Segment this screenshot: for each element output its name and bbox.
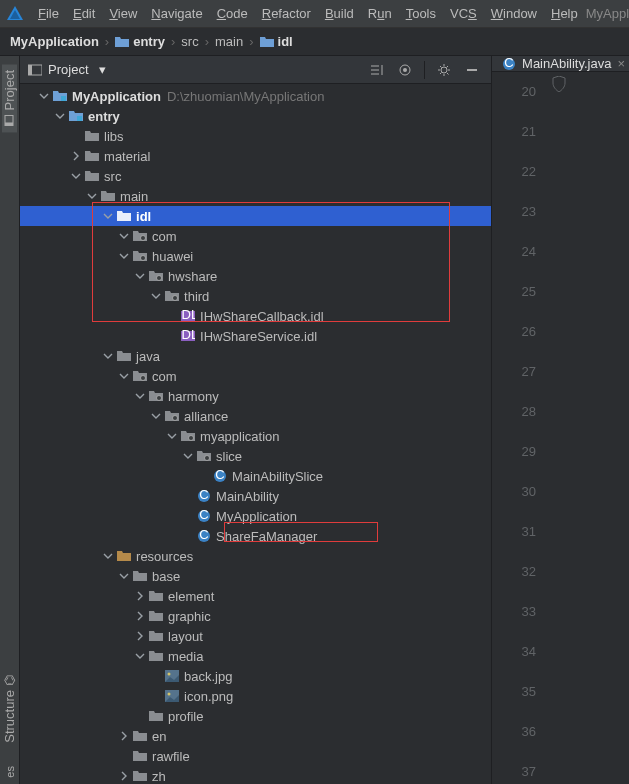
tree-arrow-icon[interactable] [150, 690, 162, 702]
tree-arrow-icon[interactable] [70, 170, 82, 182]
tree-arrow-icon[interactable] [150, 670, 162, 682]
tree-row[interactable]: CMyApplication [20, 506, 491, 526]
toolwindow-tab-favorites[interactable]: es [4, 760, 16, 784]
tree-arrow-icon[interactable] [198, 470, 210, 482]
hide-panel-icon[interactable] [461, 59, 483, 81]
tree-arrow-icon[interactable] [118, 750, 130, 762]
project-view-selector[interactable]: Project ▾ [28, 62, 105, 77]
tree-arrow-icon[interactable] [70, 150, 82, 162]
tree-arrow-icon[interactable] [166, 330, 178, 342]
menu-run[interactable]: Run [362, 3, 398, 24]
menu-file[interactable]: File [32, 3, 65, 24]
tree-arrow-icon[interactable] [182, 530, 194, 542]
tree-row[interactable]: libs [20, 126, 491, 146]
tree-row[interactable]: resources [20, 546, 491, 566]
tree-row[interactable]: element [20, 586, 491, 606]
tree-row[interactable]: com [20, 226, 491, 246]
tree-arrow-icon[interactable] [166, 310, 178, 322]
tree-arrow-icon[interactable] [134, 650, 146, 662]
tree-row[interactable]: myapplication [20, 426, 491, 446]
tree-row[interactable]: rawfile [20, 746, 491, 766]
tree-row[interactable]: huawei [20, 246, 491, 266]
editor-body[interactable]: 202122232425262728293031323334353637 [492, 72, 629, 784]
tree-row[interactable]: back.jpg [20, 666, 491, 686]
tree-arrow-icon[interactable] [182, 490, 194, 502]
tree-arrow-icon[interactable] [182, 510, 194, 522]
tree-row[interactable]: icon.png [20, 686, 491, 706]
tree-arrow-icon[interactable] [118, 570, 130, 582]
tree-row[interactable]: slice [20, 446, 491, 466]
tree-arrow-icon[interactable] [134, 590, 146, 602]
tree-row[interactable]: profile [20, 706, 491, 726]
crumb-root[interactable]: MyApplication [10, 34, 99, 49]
tree-row[interactable]: idl [20, 206, 491, 226]
tree-row[interactable]: material [20, 146, 491, 166]
select-opened-file-icon[interactable] [394, 59, 416, 81]
scroll-from-source-icon[interactable] [366, 59, 388, 81]
tree-arrow-icon[interactable] [54, 110, 66, 122]
menu-tools[interactable]: Tools [400, 3, 442, 24]
tree-row[interactable]: MyApplicationD:\zhuomian\MyApplication [20, 86, 491, 106]
crumb-entry[interactable]: entry [115, 34, 165, 49]
tree-arrow-icon[interactable] [134, 270, 146, 282]
tree-arrow-icon[interactable] [150, 410, 162, 422]
editor-content[interactable] [548, 72, 629, 784]
tree-row[interactable]: com [20, 366, 491, 386]
tree-arrow-icon[interactable] [86, 190, 98, 202]
tree-row[interactable]: entry [20, 106, 491, 126]
tree-row[interactable]: java [20, 346, 491, 366]
tree-row[interactable]: hwshare [20, 266, 491, 286]
tree-row[interactable]: third [20, 286, 491, 306]
tree-arrow-icon[interactable] [118, 230, 130, 242]
crumb-src[interactable]: src [181, 34, 198, 49]
tree-arrow-icon[interactable] [150, 290, 162, 302]
tree-row[interactable]: base [20, 566, 491, 586]
menu-navigate[interactable]: Navigate [145, 3, 208, 24]
tree-row[interactable]: IDLIHwShareService.idl [20, 326, 491, 346]
tree-row[interactable]: layout [20, 626, 491, 646]
tree-arrow-icon[interactable] [70, 130, 82, 142]
menu-refactor[interactable]: Refactor [256, 3, 317, 24]
tree-arrow-icon[interactable] [134, 390, 146, 402]
tree-arrow-icon[interactable] [102, 210, 114, 222]
menu-code[interactable]: Code [211, 3, 254, 24]
menu-vcs[interactable]: VCS [444, 3, 483, 24]
tree-arrow-icon[interactable] [118, 250, 130, 262]
tree-arrow-icon[interactable] [182, 450, 194, 462]
menu-window[interactable]: Window [485, 3, 543, 24]
crumb-idl[interactable]: idl [260, 34, 293, 49]
tree-row[interactable]: en [20, 726, 491, 746]
tree-arrow-icon[interactable] [134, 710, 146, 722]
tree-arrow-icon[interactable] [166, 430, 178, 442]
tree-arrow-icon[interactable] [102, 550, 114, 562]
menu-edit[interactable]: Edit [67, 3, 101, 24]
toolwindow-tab-structure[interactable]: Structure ⌬ [2, 669, 17, 749]
menu-help[interactable]: Help [545, 3, 584, 24]
tree-row[interactable]: graphic [20, 606, 491, 626]
tree-row[interactable]: main [20, 186, 491, 206]
tree-arrow-icon[interactable] [118, 770, 130, 782]
tree-row[interactable]: zh [20, 766, 491, 784]
tree-arrow-icon[interactable] [134, 630, 146, 642]
tree-arrow-icon[interactable] [118, 730, 130, 742]
tree-row[interactable]: CShareFaManager [20, 526, 491, 546]
tree-arrow-icon[interactable] [102, 350, 114, 362]
tree-row[interactable]: alliance [20, 406, 491, 426]
tree-row[interactable]: media [20, 646, 491, 666]
tree-row[interactable]: CMainAbility [20, 486, 491, 506]
tree-arrow-icon[interactable] [38, 90, 50, 102]
close-icon[interactable]: × [617, 56, 625, 71]
editor-tab-mainability[interactable]: C MainAbility.java × [498, 56, 629, 71]
crumb-main[interactable]: main [215, 34, 243, 49]
tree-row[interactable]: IDLIHwShareCallback.idl [20, 306, 491, 326]
tree-row[interactable]: CMainAbilitySlice [20, 466, 491, 486]
menu-build[interactable]: Build [319, 3, 360, 24]
project-tree[interactable]: MyApplicationD:\zhuomian\MyApplicationen… [20, 84, 491, 784]
tree-arrow-icon[interactable] [134, 610, 146, 622]
menu-view[interactable]: View [103, 3, 143, 24]
tree-row[interactable]: src [20, 166, 491, 186]
toolwindow-tab-project[interactable]: Project [2, 64, 17, 132]
tree-row[interactable]: harmony [20, 386, 491, 406]
gear-icon[interactable] [433, 59, 455, 81]
inspection-shield-icon[interactable] [552, 76, 566, 92]
